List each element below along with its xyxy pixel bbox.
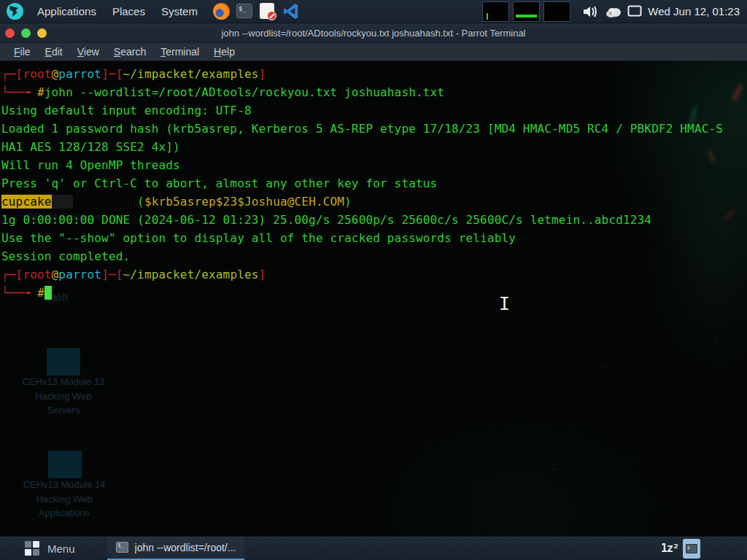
menu-file[interactable]: File bbox=[7, 46, 37, 58]
terminal-line: Loaded 1 password hash (krb5asrep, Kerbe… bbox=[1, 120, 723, 138]
parrot-menu-icon[interactable] bbox=[7, 3, 23, 20]
network-graph[interactable] bbox=[543, 1, 570, 22]
vscode-icon[interactable] bbox=[283, 3, 300, 20]
menu-view[interactable]: View bbox=[71, 46, 106, 58]
folder-icon bbox=[48, 451, 82, 478]
terminal-line: Session completed. bbox=[1, 247, 723, 265]
menu-edit[interactable]: Edit bbox=[39, 46, 69, 58]
window-titlebar[interactable]: john --wordlist=/root/ADtools/rockyou.tx… bbox=[0, 23, 747, 43]
terminal-line: Use the "--show" option to display all o… bbox=[1, 229, 723, 247]
menu-grid-icon bbox=[25, 541, 39, 556]
screen-icon[interactable] bbox=[627, 5, 642, 18]
taskbar-window-button[interactable]: $_ john --wordlist=/root/... bbox=[107, 537, 245, 560]
quick-launchers: $_ bbox=[213, 3, 300, 20]
bottom-taskbar: Menu $_ john --wordlist=/root/... 1z² $ bbox=[0, 536, 747, 560]
desktop-screen: ApplicationsPlacesSystem $_ bbox=[0, 0, 747, 560]
panel-menu-system[interactable]: System bbox=[153, 0, 206, 23]
terminal-line: └──╼ # bbox=[1, 284, 723, 302]
terminal-line: ┌─[root@parrot]─[~/impacket/examples] bbox=[1, 65, 723, 83]
terminal-line: ┌─[root@parrot]─[~/impacket/examples] bbox=[1, 265, 723, 284]
active-terminal-tray-icon[interactable]: $ bbox=[683, 539, 700, 559]
terminal-body[interactable]: README.license Trash CEHv13 Module 13Hac… bbox=[0, 61, 747, 536]
task-terminal-icon: $_ bbox=[116, 542, 128, 553]
firefox-icon[interactable] bbox=[213, 3, 230, 20]
terminal-line: 1g 0:00:00:00 DONE (2024-06-12 01:23) 25… bbox=[1, 211, 723, 229]
terminal-line: cupcake ($krb5asrep$23$Joshua@CEH.COM) bbox=[1, 192, 723, 211]
terminal-output: ┌─[root@parrot]─[~/impacket/examples]└──… bbox=[1, 65, 723, 302]
redshift-icon[interactable] bbox=[260, 3, 276, 20]
terminal-line: Press 'q' or Ctrl-C to abort, almost any… bbox=[1, 174, 723, 192]
terminal-icon[interactable]: $_ bbox=[236, 3, 253, 20]
terminal-menubar: FileEditViewSearchTerminalHelp bbox=[0, 43, 747, 61]
terminal-line: Will run 4 OpenMP threads bbox=[1, 156, 723, 174]
menu-button-label: Menu bbox=[47, 542, 75, 555]
workspace-zz-icon[interactable]: 1z² bbox=[661, 542, 678, 555]
cpu-graph[interactable] bbox=[482, 1, 509, 22]
desktop-folder-label-module14: CEHv13 Module 14Hacking WebApplications bbox=[17, 478, 112, 521]
terminal-line: Using default input encoding: UTF-8 bbox=[1, 101, 723, 120]
menu-search[interactable]: Search bbox=[107, 46, 152, 58]
top-panel: ApplicationsPlacesSystem $_ bbox=[0, 0, 747, 23]
task-button-label: john --wordlist=/root/... bbox=[135, 542, 236, 553]
menu-help[interactable]: Help bbox=[207, 46, 241, 58]
terminal-line: HA1 AES 128/128 SSE2 4x]) bbox=[1, 138, 723, 156]
terminal-line: └──╼ #john --wordlist=/root/ADtools/rock… bbox=[1, 83, 723, 101]
weather-cloud-icon[interactable] bbox=[605, 5, 622, 18]
window-title: john --wordlist=/root/ADtools/rockyou.tx… bbox=[0, 28, 747, 39]
menu-terminal[interactable]: Terminal bbox=[154, 46, 206, 58]
panel-menu-places[interactable]: Places bbox=[104, 0, 153, 23]
memory-graph[interactable] bbox=[513, 1, 540, 22]
desktop-folder-label-module13: CEHv13 Module 13Hacking WebServers bbox=[16, 375, 111, 418]
clock[interactable]: Wed Jun 12, 01:23 bbox=[648, 5, 740, 18]
folder-icon bbox=[47, 348, 80, 376]
menu-button[interactable]: Menu bbox=[0, 537, 87, 560]
panel-menu-applications[interactable]: Applications bbox=[29, 0, 104, 23]
system-monitors bbox=[482, 1, 570, 22]
terminal-window: john --wordlist=/root/ADtools/rockyou.tx… bbox=[0, 23, 747, 536]
volume-icon[interactable] bbox=[582, 4, 600, 20]
